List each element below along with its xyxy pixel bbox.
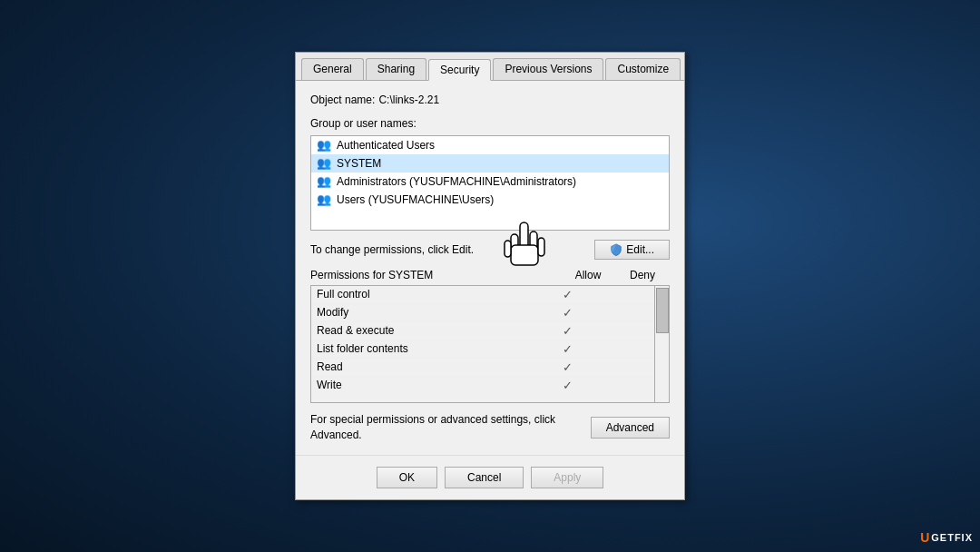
ok-button[interactable]: OK: [377, 467, 437, 488]
user-name: Users (YUSUFMACHINE\Users): [337, 193, 494, 206]
tab-general[interactable]: General: [301, 58, 364, 80]
perm-allow-check: ✓: [540, 324, 594, 338]
scrollbar[interactable]: [654, 286, 669, 402]
checkmark-icon: ✓: [563, 306, 573, 320]
advanced-row: For special permissions or advanced sett…: [310, 412, 670, 443]
permissions-header: Permissions for SYSTEM Allow Deny: [310, 269, 670, 281]
perm-row-write: Write ✓: [311, 377, 654, 394]
apply-button[interactable]: Apply: [531, 467, 603, 488]
perm-name: Write: [317, 379, 540, 391]
permissions-table: Full control ✓ Modify ✓ Read & execute ✓: [311, 286, 654, 402]
object-name-value: C:\links-2.21: [378, 94, 439, 106]
perm-name: List folder contents: [317, 342, 540, 355]
object-name-label: Object name:: [310, 94, 375, 106]
tab-sharing[interactable]: Sharing: [366, 58, 426, 80]
tab-bar: General Sharing Security Previous Versio…: [296, 53, 684, 81]
object-name-row: Object name: C:\links-2.21: [310, 94, 670, 106]
checkmark-icon: ✓: [563, 379, 573, 392]
permissions-table-wrapper[interactable]: Full control ✓ Modify ✓ Read & execute ✓: [310, 285, 670, 403]
perm-allow-check: ✓: [540, 306, 594, 320]
tab-previous-versions[interactable]: Previous Versions: [493, 58, 603, 80]
dialog-footer: OK Cancel Apply: [296, 455, 684, 499]
watermark: UGETFIX: [920, 530, 973, 545]
user-group-icon: [315, 192, 333, 207]
users-list[interactable]: Authenticated Users SYSTEM Administrator…: [310, 135, 670, 231]
properties-dialog: General Sharing Security Previous Versio…: [295, 52, 685, 501]
perm-allow-check: ✓: [540, 342, 594, 356]
shield-icon: [610, 243, 622, 256]
checkmark-icon: ✓: [563, 342, 573, 356]
user-item-system[interactable]: SYSTEM: [311, 154, 669, 172]
user-group-icon: [315, 138, 333, 153]
tab-customize[interactable]: Customize: [605, 58, 681, 80]
advanced-button[interactable]: Advanced: [591, 417, 670, 439]
user-name: Administrators (YUSUFMACHINE\Administrat…: [337, 175, 576, 188]
user-name: SYSTEM: [337, 157, 381, 170]
user-item-users[interactable]: Users (YUSUFMACHINE\Users): [311, 191, 669, 209]
permissions-section: Permissions for SYSTEM Allow Deny Full c…: [310, 269, 670, 403]
perm-name: Modify: [317, 306, 540, 319]
perm-allow-check: ✓: [540, 379, 594, 392]
change-text: To change permissions, click Edit.: [310, 243, 474, 256]
checkmark-icon: ✓: [563, 288, 573, 301]
dialog-content: Object name: C:\links-2.21 Group or user…: [296, 81, 684, 456]
scrollbar-thumb[interactable]: [656, 288, 669, 333]
perm-row-read: Read ✓: [311, 359, 654, 377]
col-allow-header: Allow: [561, 269, 615, 281]
perm-name: Full control: [317, 288, 540, 301]
user-group-icon: [315, 156, 333, 171]
cancel-button[interactable]: Cancel: [445, 467, 524, 488]
change-row: To change permissions, click Edit. Edit.…: [310, 240, 670, 260]
perm-name: Read & execute: [317, 324, 540, 337]
user-item-administrators[interactable]: Administrators (YUSUFMACHINE\Administrat…: [311, 172, 669, 191]
tab-security[interactable]: Security: [428, 59, 491, 81]
advanced-text: For special permissions or advanced sett…: [310, 412, 564, 443]
permissions-title: Permissions for SYSTEM: [310, 269, 561, 281]
perm-row-modify: Modify ✓: [311, 304, 654, 322]
group-label: Group or user names:: [310, 117, 670, 130]
perm-row-read-execute: Read & execute ✓: [311, 322, 654, 340]
edit-button[interactable]: Edit...: [594, 240, 670, 260]
checkmark-icon: ✓: [563, 324, 573, 338]
perm-allow-check: ✓: [540, 360, 594, 374]
perm-allow-check: ✓: [540, 288, 594, 301]
perm-row-fullcontrol: Full control ✓: [311, 286, 654, 304]
user-item-authenticated[interactable]: Authenticated Users: [311, 136, 669, 154]
perm-name: Read: [317, 360, 540, 373]
checkmark-icon: ✓: [563, 360, 573, 374]
perm-row-list-folder: List folder contents ✓: [311, 340, 654, 359]
col-deny-header: Deny: [615, 269, 670, 281]
edit-label: Edit...: [626, 243, 654, 256]
user-name: Authenticated Users: [337, 139, 435, 152]
user-group-icon: [315, 174, 333, 189]
